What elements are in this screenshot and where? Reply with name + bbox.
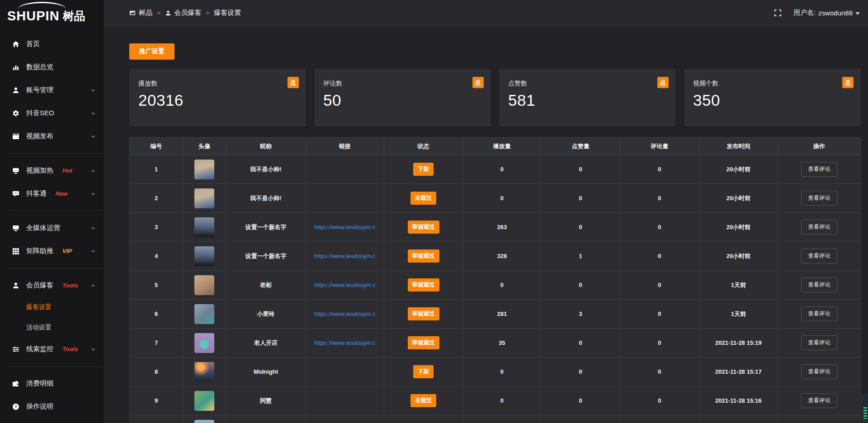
view-comments-button[interactable]: 查看评论 xyxy=(801,162,837,177)
user-menu[interactable]: 用户名: zswodun88 xyxy=(793,9,860,17)
sidebar-item[interactable]: 首页 xyxy=(0,33,104,56)
sidebar-item[interactable]: 视频发布 xyxy=(0,125,104,148)
videos-table: 编号头像昵称链接状态播放量点赞量评论量发布时间操作 1 我不是小帅! 下架 0 … xyxy=(129,137,861,423)
brand-logo[interactable]: SHUPIN 树品 xyxy=(0,0,104,28)
sidebar-item[interactable]: 视频加热 Hot xyxy=(0,159,104,182)
chevron-down-icon xyxy=(90,168,96,174)
cell-status: 未通过 xyxy=(384,386,463,415)
cell-likes: 0 xyxy=(541,271,620,300)
sliders-icon xyxy=(12,345,19,353)
sidebar-item[interactable]: 消费明细 xyxy=(0,372,104,395)
status-badge[interactable]: 下架 xyxy=(413,163,434,176)
avatar[interactable] xyxy=(194,391,214,411)
chevron-down-icon xyxy=(90,249,96,254)
view-comments-button[interactable]: 查看评论 xyxy=(801,220,837,235)
sidebar-item[interactable]: 账号管理 xyxy=(0,79,104,102)
sidebar-item[interactable]: 全媒体运营 xyxy=(0,216,104,240)
sidebar-item[interactable]: 会员爆客 Tools xyxy=(0,274,104,297)
status-badge[interactable]: 下架 xyxy=(413,365,434,378)
promo-settings-button[interactable]: 推广设置 xyxy=(129,43,175,60)
heat-icon xyxy=(12,167,19,174)
breadcrumb-home[interactable]: 树品 xyxy=(129,9,152,17)
cell-link: https://www.iesdouyin.c xyxy=(306,213,384,242)
sidebar-subitem[interactable]: 活动设置 xyxy=(0,317,104,338)
cell-status: 审核通过 xyxy=(384,329,463,357)
avatar[interactable] xyxy=(194,420,214,423)
sidebar-item-label: 抖音SEO xyxy=(26,109,54,118)
avatar[interactable] xyxy=(194,188,214,208)
sidebar-item[interactable]: 抖客通 New xyxy=(0,182,104,205)
caret-down-icon xyxy=(855,12,860,15)
table-header: 编号头像昵称链接状态播放量点赞量评论量发布时间操作 xyxy=(130,138,861,155)
status-badge[interactable]: 未通过 xyxy=(410,192,437,205)
status-badge[interactable]: 审核通过 xyxy=(408,221,439,234)
svg-text:?: ? xyxy=(14,404,17,409)
sidebar-item-badge: Tools xyxy=(62,346,78,352)
cell-plays: 0 xyxy=(463,357,541,386)
total-badge[interactable]: 总 xyxy=(288,77,299,88)
column-header: 状态 xyxy=(384,138,463,155)
view-comments-button[interactable]: 查看评论 xyxy=(801,364,837,379)
cell-time: 1天前 xyxy=(699,300,778,329)
fullscreen-icon[interactable] xyxy=(774,9,782,17)
status-badge[interactable]: 审核通过 xyxy=(408,336,439,349)
avatar[interactable] xyxy=(194,362,214,382)
table-row: 3 设置一个新名字 https://www.iesdouyin.c 审核通过 2… xyxy=(130,213,861,242)
view-comments-button[interactable]: 查看评论 xyxy=(801,191,837,206)
cell-nickname: 老彬 xyxy=(226,271,306,300)
breadcrumb: 树品 > 会员爆客 > 爆客设置 xyxy=(129,9,241,17)
total-badge[interactable]: 总 xyxy=(472,77,484,88)
status-badge[interactable]: 审核通过 xyxy=(408,307,439,320)
cell-likes xyxy=(541,415,620,423)
status-badge[interactable]: 审核通过 xyxy=(408,278,439,291)
sidebar-item-label: 操作说明 xyxy=(26,402,53,411)
cell-avatar xyxy=(183,357,226,386)
avatar[interactable] xyxy=(194,217,214,237)
avatar[interactable] xyxy=(194,275,214,295)
grid-icon xyxy=(12,247,19,255)
video-link[interactable]: https://www.iesdouyin.c xyxy=(314,253,375,259)
column-header: 发布时间 xyxy=(699,138,778,155)
stat-label: 视频个数 xyxy=(693,80,852,88)
total-badge[interactable]: 总 xyxy=(842,77,854,88)
avatar[interactable] xyxy=(194,160,214,179)
status-badge[interactable]: 审核通过 xyxy=(408,249,439,263)
cell-time: 2021-11-28 15:19 xyxy=(699,329,778,357)
sidebar-item[interactable]: 数据总览 xyxy=(0,56,104,79)
cell-avatar xyxy=(183,184,226,213)
avatar[interactable] xyxy=(194,304,214,324)
avatar[interactable] xyxy=(194,333,214,353)
total-badge[interactable]: 总 xyxy=(657,77,669,88)
floating-widget[interactable] xyxy=(862,394,868,422)
view-comments-button[interactable]: 查看评论 xyxy=(801,277,837,292)
stat-label: 评论数 xyxy=(323,80,482,88)
status-badge[interactable]: 未通过 xyxy=(410,394,437,407)
view-comments-button[interactable]: 查看评论 xyxy=(801,249,837,263)
video-link[interactable]: https://www.iesdouyin.c xyxy=(314,282,375,288)
avatar[interactable] xyxy=(194,246,214,266)
sidebar-item[interactable]: 矩阵助推 VIP xyxy=(0,240,104,263)
table-row xyxy=(130,415,861,423)
table-body: 1 我不是小帅! 下架 0 0 0 20小时前 查看评论 2 我不是小帅! 未通… xyxy=(130,155,861,423)
stat-value: 20316 xyxy=(138,91,297,109)
sidebar-divider xyxy=(8,211,104,211)
sidebar-item[interactable]: 抖音SEO xyxy=(0,102,104,125)
sidebar-subitem[interactable]: 爆客设置 xyxy=(0,297,104,317)
view-comments-button[interactable]: 查看评论 xyxy=(801,393,837,408)
breadcrumb-section[interactable]: 会员爆客 xyxy=(165,9,202,17)
video-link[interactable]: https://www.iesdouyin.c xyxy=(314,310,375,317)
cell-status: 审核通过 xyxy=(384,213,463,242)
main-area: 树品 > 会员爆客 > 爆客设置 用户名: zswodun88 推广设置 xyxy=(104,0,868,423)
cell-status: 审核通过 xyxy=(384,242,463,271)
view-comments-button[interactable]: 查看评论 xyxy=(801,306,837,321)
sidebar-item[interactable]: 线索监控 Tools xyxy=(0,338,104,361)
video-link[interactable]: https://www.iesdouyin.c xyxy=(314,339,375,346)
view-comments-button[interactable]: 查看评论 xyxy=(801,335,837,350)
sidebar-item-badge: Hot xyxy=(62,167,72,174)
stat-label: 播放数 xyxy=(138,80,297,88)
cell-action: 查看评论 xyxy=(778,329,861,357)
sidebar-item[interactable]: ? 操作说明 xyxy=(0,395,104,418)
video-link[interactable]: https://www.iesdouyin.c xyxy=(314,224,375,230)
cell-time: 20小时前 xyxy=(699,155,778,184)
monitor-icon xyxy=(12,224,19,232)
